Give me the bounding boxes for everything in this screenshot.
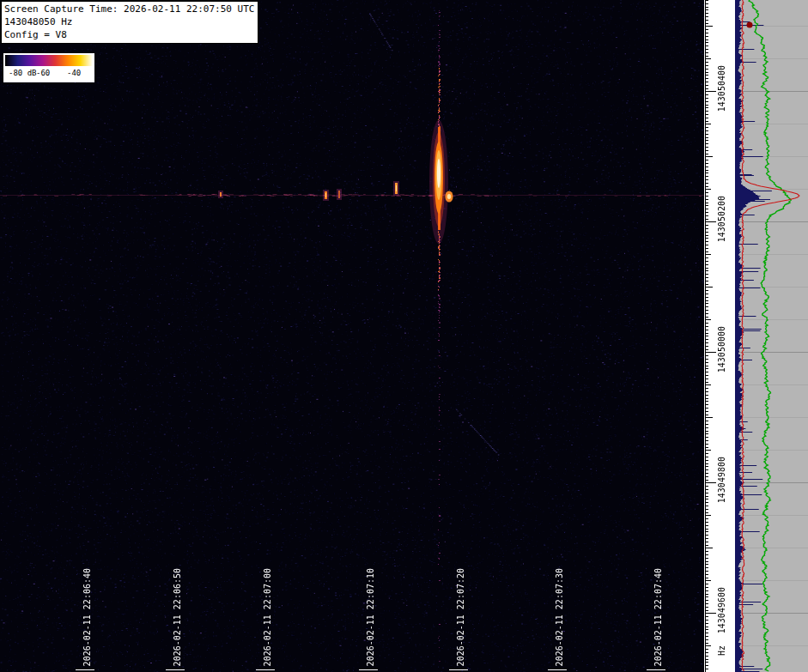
time-axis-tick [359, 669, 378, 670]
frequency-text: 143048050 Hz [4, 15, 254, 28]
frequency-axis-label: 143050200 [717, 196, 726, 242]
spectrum-graph-canvas [735, 0, 808, 672]
legend-db-label: -80 dB [9, 68, 37, 78]
capture-info-box: Screen Capture Time: 2026-02-11 22:07:50… [1, 1, 258, 44]
legend-db-label: -60 [36, 68, 50, 78]
frequency-axis-label: 143049600 [717, 587, 726, 633]
spectrum-lab-screen-capture: Screen Capture Time: 2026-02-11 22:07:50… [0, 0, 808, 672]
waterfall-canvas [0, 0, 704, 672]
time-axis-label: 2026-02-11 22:07:00 [263, 568, 272, 666]
spectrum-graph-panel [735, 0, 808, 672]
time-axis-label: 2026-02-11 22:07:40 [653, 568, 663, 666]
frequency-axis-label: 143050400 [717, 65, 726, 112]
time-axis-tick [647, 669, 665, 670]
time-axis-tick [76, 669, 94, 670]
time-axis-label: 2026-02-11 22:06:40 [82, 568, 92, 666]
frequency-ruler: Hz 1430504001430502001430500001430498001… [704, 0, 735, 672]
time-axis-tick [548, 669, 567, 670]
time-axis-tick [166, 669, 185, 670]
color-scale-legend: -80 dB-60-40 [3, 53, 94, 82]
time-axis-label: 2026-02-11 22:06:50 [173, 568, 182, 666]
frequency-unit-label: Hz [717, 645, 726, 656]
legend-db-label: -40 [67, 68, 81, 78]
color-gradient-bar [5, 55, 93, 66]
waterfall-display: Screen Capture Time: 2026-02-11 22:07:50… [0, 0, 704, 672]
capture-time-text: Screen Capture Time: 2026-02-11 22:07:50… [4, 3, 254, 15]
config-text: Config = V8 [4, 28, 254, 41]
frequency-axis-label: 143049800 [717, 457, 726, 503]
frequency-axis-label: 143050000 [717, 326, 726, 372]
time-axis-label: 2026-02-11 22:07:30 [555, 568, 564, 666]
time-axis-tick [256, 669, 275, 670]
time-axis-label: 2026-02-11 22:07:20 [456, 568, 465, 666]
time-axis-label: 2026-02-11 22:07:10 [366, 568, 375, 666]
time-axis-tick [449, 669, 468, 670]
